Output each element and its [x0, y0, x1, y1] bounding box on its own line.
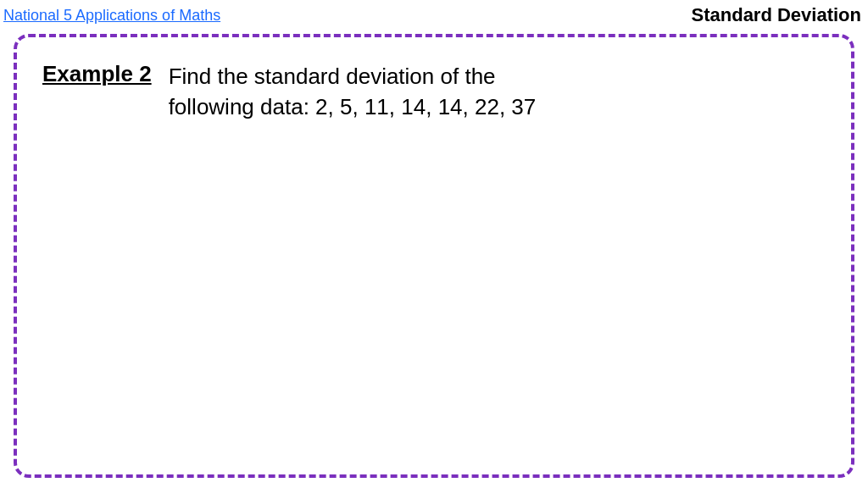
- header-title: National 5 Applications of Maths: [3, 7, 220, 25]
- main-content-box: Example 2 Find the standard deviation of…: [14, 34, 854, 478]
- example-description: Find the standard deviation of the follo…: [169, 61, 537, 123]
- example-text-line2: following data: 2, 5, 11, 14, 14, 22, 37: [169, 92, 537, 122]
- page-header: National 5 Applications of Maths Standar…: [0, 0, 868, 30]
- example-label: Example 2: [42, 61, 152, 87]
- example-row: Example 2 Find the standard deviation of…: [42, 61, 826, 123]
- example-text-line1: Find the standard deviation of the: [169, 61, 537, 92]
- header-subtitle: Standard Deviation: [692, 4, 861, 26]
